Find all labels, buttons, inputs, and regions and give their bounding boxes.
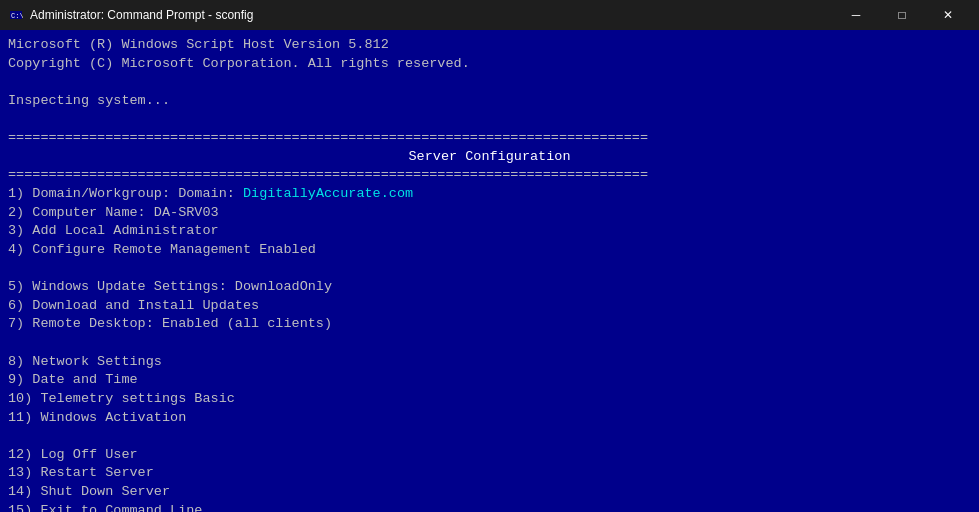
menu-item-10: 10) Telemetry settings Basic xyxy=(8,390,971,409)
menu-item-4: 4) Configure Remote Management Enabled xyxy=(8,241,971,260)
line-empty3 xyxy=(8,260,971,279)
maximize-button[interactable]: □ xyxy=(879,0,925,30)
item2-label: 2) Computer Name: xyxy=(8,205,146,220)
line-copyright2: Copyright (C) Microsoft Corporation. All… xyxy=(8,55,971,74)
server-config-title: Server Configuration xyxy=(8,148,971,167)
svg-text:C:\: C:\ xyxy=(11,12,23,20)
title-bar: C:\ Administrator: Command Prompt - scon… xyxy=(0,0,979,30)
item5-value: DownloadOnly xyxy=(235,279,332,294)
menu-item-1: 1) Domain/Workgroup: Domain: DigitallyAc… xyxy=(8,185,971,204)
item7-label: 7) Remote Desktop: xyxy=(8,316,154,331)
menu-item-3: 3) Add Local Administrator xyxy=(8,222,971,241)
menu-item-2: 2) Computer Name: DA-SRV03 xyxy=(8,204,971,223)
item5-label: 5) Windows Update Settings: xyxy=(8,279,227,294)
menu-item-5: 5) Windows Update Settings: DownloadOnly xyxy=(8,278,971,297)
line-empty1 xyxy=(8,73,971,92)
cmd-icon: C:\ xyxy=(8,7,24,23)
close-button[interactable]: ✕ xyxy=(925,0,971,30)
menu-item-13: 13) Restart Server xyxy=(8,464,971,483)
menu-item-9: 9) Date and Time xyxy=(8,371,971,390)
item10-label: 10) Telemetry settings xyxy=(8,391,186,406)
line-empty2 xyxy=(8,111,971,130)
line-copyright1: Microsoft (R) Windows Script Host Versio… xyxy=(8,36,971,55)
menu-item-12: 12) Log Off User xyxy=(8,446,971,465)
menu-item-8: 8) Network Settings xyxy=(8,353,971,372)
divider-top: ========================================… xyxy=(8,129,971,148)
line-empty4 xyxy=(8,334,971,353)
item1-key: Domain: DigitallyAccurate.com xyxy=(178,186,413,201)
divider-bottom: ========================================… xyxy=(8,166,971,185)
console-output: Microsoft (R) Windows Script Host Versio… xyxy=(0,30,979,512)
menu-item-15: 15) Exit to Command Line xyxy=(8,502,971,512)
line-inspecting: Inspecting system... xyxy=(8,92,971,111)
item1-label: 1) Domain/Workgroup: xyxy=(8,186,170,201)
menu-item-7: 7) Remote Desktop: Enabled (all clients) xyxy=(8,315,971,334)
item2-value: DA-SRV03 xyxy=(154,205,219,220)
line-empty5 xyxy=(8,427,971,446)
item4-label: 4) Configure Remote Management xyxy=(8,242,251,257)
item7-value: Enabled (all clients) xyxy=(162,316,332,331)
item4-value: Enabled xyxy=(259,242,316,257)
minimize-button[interactable]: ─ xyxy=(833,0,879,30)
window-title: Administrator: Command Prompt - sconfig xyxy=(30,8,833,22)
menu-item-6: 6) Download and Install Updates xyxy=(8,297,971,316)
window: C:\ Administrator: Command Prompt - scon… xyxy=(0,0,979,512)
item10-value: Basic xyxy=(194,391,235,406)
menu-item-14: 14) Shut Down Server xyxy=(8,483,971,502)
menu-item-11: 11) Windows Activation xyxy=(8,409,971,428)
window-controls: ─ □ ✕ xyxy=(833,0,971,30)
